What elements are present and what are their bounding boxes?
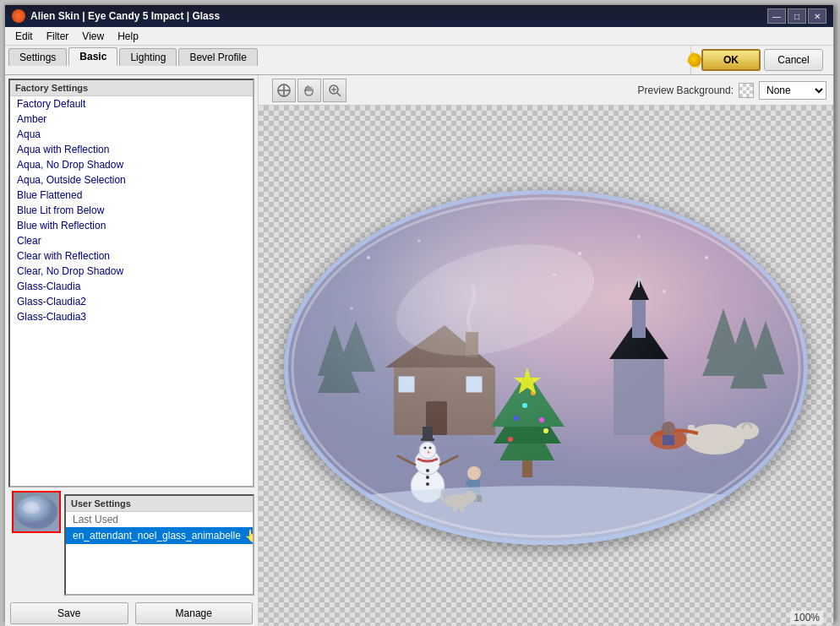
tool-buttons (272, 79, 346, 102)
title-bar: Alien Skin | Eye Candy 5 Impact | Glass … (5, 5, 833, 27)
cancel-button[interactable]: Cancel (764, 49, 823, 71)
zoom-icon (327, 83, 342, 98)
list-item[interactable]: Glass-Claudia2 (10, 294, 253, 309)
list-item[interactable]: Factory Default (10, 96, 253, 112)
bg-dropdown[interactable]: None White Black Custom (759, 81, 826, 100)
user-settings-section: User Settings Last Used en_attendant_noe… (64, 494, 254, 596)
left-panel: Factory Settings Factory Default Amber A… (5, 75, 259, 626)
factory-header: Factory Settings (10, 80, 253, 96)
app-icon (12, 9, 25, 23)
list-item[interactable]: Aqua, Outside Selection (10, 172, 253, 188)
user-settings-header: User Settings (66, 496, 253, 512)
right-panel: Preview Background: None White Black Cus… (259, 75, 833, 626)
hand-pointer-icon: 👆 (244, 529, 254, 542)
svg-point-72 (773, 244, 776, 247)
svg-line-4 (337, 93, 341, 96)
scene (284, 190, 808, 545)
window-title: Alien Skin | Eye Candy 5 Impact | Glass (30, 10, 767, 22)
menu-filter[interactable]: Filter (40, 29, 76, 44)
right-toolbar: Preview Background: None White Black Cus… (259, 75, 833, 106)
save-button[interactable]: Save (10, 602, 128, 624)
bottom-left-area: User Settings Last Used en_attendant_noe… (8, 491, 254, 596)
maximize-button[interactable]: □ (788, 8, 806, 24)
svg-point-1 (23, 502, 40, 514)
main-content: Factory Settings Factory Default Amber A… (5, 75, 833, 626)
bottom-buttons: Save Manage (8, 601, 254, 626)
list-item[interactable]: Aqua with Reflection (10, 142, 253, 157)
list-item[interactable]: Amber (10, 112, 253, 127)
menu-help[interactable]: Help (111, 29, 145, 44)
ok-button[interactable]: OK (701, 49, 761, 71)
list-item[interactable]: Blue Lit from Below (10, 203, 253, 218)
pan-tool-button[interactable] (272, 79, 296, 102)
factory-settings-list[interactable]: Factory Default Amber Aqua Aqua with Ref… (10, 96, 253, 486)
list-item[interactable]: Clear with Reflection (10, 248, 253, 264)
list-item[interactable]: Clear (10, 233, 253, 248)
selected-setting-label: en_attendant_noel_glass_animabelle (73, 530, 241, 542)
preview-area: 100% (259, 106, 833, 626)
list-item[interactable]: Blue with Reflection (10, 218, 253, 233)
pan-icon (276, 83, 292, 98)
tab-lighting[interactable]: Lighting (119, 48, 177, 66)
tab-bevel-profile[interactable]: Bevel Profile (178, 48, 257, 66)
list-item[interactable]: Aqua (10, 127, 253, 142)
manage-button[interactable]: Manage (135, 602, 254, 624)
menu-bar: Edit Filter View Help (5, 27, 833, 46)
glass-oval-preview (284, 190, 808, 545)
list-item[interactable]: Aqua, No Drop Shadow (10, 157, 253, 172)
hand-tool-button[interactable] (297, 79, 321, 102)
main-window: Alien Skin | Eye Candy 5 Impact | Glass … (4, 4, 834, 621)
close-button[interactable]: ✕ (808, 8, 826, 24)
tab-basic[interactable]: Basic (68, 47, 117, 66)
preview-thumbnail[interactable] (12, 491, 61, 533)
tab-bar: Settings Basic Lighting Bevel Profile (5, 46, 690, 66)
scene-svg (284, 190, 808, 545)
menu-view[interactable]: View (75, 29, 111, 44)
ok-cancel-area: 👆 OK Cancel (690, 46, 833, 74)
minimize-button[interactable]: — (767, 8, 786, 24)
thumbnail-area (8, 491, 61, 533)
menu-edit[interactable]: Edit (8, 29, 40, 44)
factory-settings-section: Factory Settings Factory Default Amber A… (8, 79, 254, 487)
list-item[interactable]: Blue Flattened (10, 188, 253, 203)
tab-settings[interactable]: Settings (8, 48, 67, 66)
background-selector: Preview Background: None White Black Cus… (638, 81, 826, 100)
window-controls: — □ ✕ (767, 8, 826, 24)
bg-preview-box (739, 83, 754, 98)
thumbnail-inner (14, 493, 59, 531)
list-item[interactable]: Clear, No Drop Shadow (10, 264, 253, 279)
hand-tool-icon (302, 83, 317, 98)
selected-user-setting[interactable]: en_attendant_noel_glass_animabelle 👆 (66, 527, 253, 544)
zoom-indicator: 100% (790, 611, 823, 624)
list-item[interactable]: Glass-Claudia (10, 279, 253, 294)
list-item[interactable]: Glass-Claudia3 (10, 309, 253, 324)
zoom-tool-button[interactable] (323, 79, 346, 102)
last-used-item[interactable]: Last Used (66, 512, 253, 527)
bg-label: Preview Background: (638, 84, 734, 96)
